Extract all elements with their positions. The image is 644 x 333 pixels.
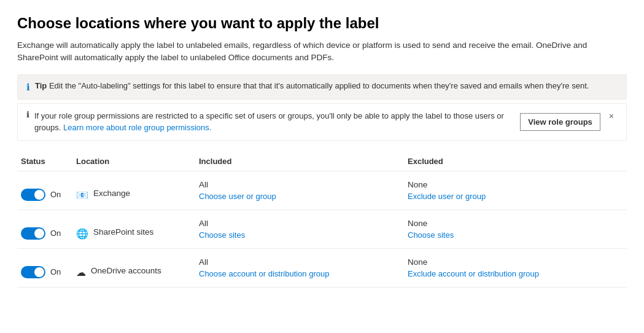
header-included: Included xyxy=(195,152,404,171)
toggle-switch[interactable] xyxy=(21,266,45,278)
table-row: On 🌐 SharePoint sites All Choose sites N… xyxy=(17,210,627,248)
toggle-label: On xyxy=(50,190,61,199)
toggle-cell: On xyxy=(21,219,69,240)
toggle-switch[interactable] xyxy=(21,189,45,201)
excluded-value: None xyxy=(408,257,623,267)
locations-table: Status Location Included Excluded On 📧 E… xyxy=(17,152,627,288)
role-info-icon: ℹ xyxy=(26,110,29,119)
tip-content: Tip Edit the "Auto-labeling" settings fo… xyxy=(35,81,589,90)
included-value: All xyxy=(199,257,400,267)
header-location: Location xyxy=(72,152,195,171)
excluded-value: None xyxy=(408,219,623,228)
location-icon: 🌐 xyxy=(76,228,88,240)
page-title: Choose locations where you want to apply… xyxy=(17,15,627,32)
excluded-link[interactable]: Choose sites xyxy=(408,230,623,240)
role-permissions-box: ℹ If your role group permissions are res… xyxy=(17,103,627,141)
role-box-content: If your role group permissions are restr… xyxy=(34,110,508,134)
table-row: On ☁ OneDrive accounts All Choose accoun… xyxy=(17,248,627,287)
header-excluded: Excluded xyxy=(404,152,627,171)
location-name: SharePoint sites xyxy=(93,227,153,237)
included-link[interactable]: Choose user or group xyxy=(199,192,400,201)
header-status: Status xyxy=(17,152,72,171)
toggle-label: On xyxy=(50,267,61,276)
view-role-groups-button[interactable]: View role groups xyxy=(520,113,600,131)
included-link[interactable]: Choose sites xyxy=(199,230,400,240)
learn-more-link[interactable]: Learn more about role group permissions. xyxy=(63,123,211,132)
location-name: Exchange xyxy=(93,189,130,198)
included-link[interactable]: Choose account or distribution group xyxy=(199,269,400,278)
included-value: All xyxy=(199,180,400,189)
toggle-label: On xyxy=(50,229,61,238)
tip-box: ℹ Tip Edit the "Auto-labeling" settings … xyxy=(17,74,627,100)
location-cell: 🌐 SharePoint sites xyxy=(76,219,192,240)
close-button[interactable]: × xyxy=(605,110,618,122)
toggle-switch[interactable] xyxy=(21,227,45,240)
location-icon: ☁ xyxy=(76,267,86,278)
excluded-link[interactable]: Exclude account or distribution group xyxy=(408,269,623,278)
location-cell: ☁ OneDrive accounts xyxy=(76,257,192,278)
included-value: All xyxy=(199,219,400,228)
page-description: Exchange will automatically apply the la… xyxy=(17,39,627,65)
table-row: On 📧 Exchange All Choose user or group N… xyxy=(17,171,627,210)
info-icon: ℹ xyxy=(26,82,30,93)
location-name: OneDrive accounts xyxy=(91,266,161,275)
toggle-cell: On xyxy=(21,180,69,201)
excluded-value: None xyxy=(408,180,623,189)
table-header-row: Status Location Included Excluded xyxy=(17,152,627,171)
location-cell: 📧 Exchange xyxy=(76,180,192,201)
location-icon: 📧 xyxy=(76,189,88,201)
toggle-cell: On xyxy=(21,257,69,278)
excluded-link[interactable]: Exclude user or group xyxy=(408,192,623,201)
